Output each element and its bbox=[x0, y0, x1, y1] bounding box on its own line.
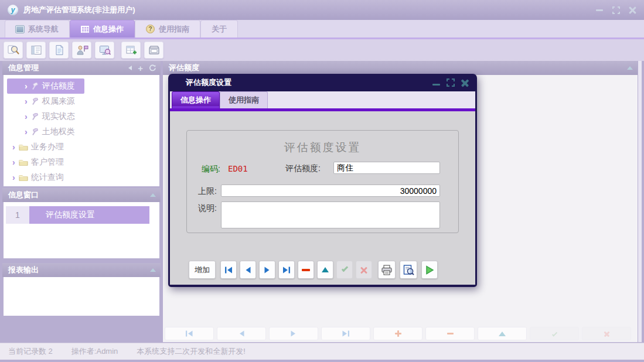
dialog-close-button[interactable] bbox=[461, 79, 469, 87]
desc-label: 说明: bbox=[198, 203, 217, 214]
tree-item-statistics-query[interactable]: › 统计查询 bbox=[4, 170, 159, 185]
tree-item-current-status[interactable]: › 现实状态 bbox=[4, 109, 159, 124]
status-operator: 操作者:Admin bbox=[71, 346, 118, 357]
quota-form-panel: 评估额度设置 编码: ED01 评估额度: 上限: 说明: bbox=[186, 130, 459, 233]
tree-item-land-right-type[interactable]: › 土地权类 bbox=[4, 124, 159, 139]
status-message: 本系统支持二次开发和全新开发! bbox=[137, 346, 246, 357]
cross-icon bbox=[604, 331, 609, 337]
dialog-tab-strip: 信息操作 使用指南 bbox=[170, 91, 475, 108]
operator-icon[interactable] bbox=[72, 42, 91, 59]
quota-input[interactable] bbox=[333, 162, 440, 174]
menu-tab-user-guide[interactable]: ? 使用指南 bbox=[135, 20, 200, 37]
dialog-body: 评估额度设置 编码: ED01 评估额度: 上限: 说明: 增加 bbox=[170, 111, 475, 285]
chevron-right-icon: › bbox=[12, 142, 15, 152]
add-icon[interactable]: + bbox=[138, 64, 143, 73]
limit-label: 上限: bbox=[198, 186, 217, 197]
search-icon[interactable] bbox=[4, 42, 23, 59]
code-value: ED01 bbox=[228, 164, 248, 173]
window-list-item[interactable]: 1 评估额度设置 bbox=[6, 206, 159, 224]
app-logo-icon: y bbox=[8, 5, 18, 15]
record-cancel-button[interactable] bbox=[582, 327, 631, 340]
dialog-tab-user-guide[interactable]: 使用指南 bbox=[220, 91, 268, 108]
code-label: 编码: bbox=[202, 164, 220, 175]
print-button[interactable] bbox=[378, 261, 396, 279]
tree-item-business-handling[interactable]: › 业务办理 bbox=[4, 139, 159, 155]
delete-record-button[interactable] bbox=[298, 261, 314, 279]
nav-last-button[interactable] bbox=[278, 261, 295, 279]
edit-record-button[interactable] bbox=[317, 261, 333, 279]
collapse-up-icon[interactable] bbox=[627, 66, 633, 70]
dialog-maximize-button[interactable] bbox=[447, 78, 455, 87]
document-icon[interactable] bbox=[49, 42, 69, 59]
record-edit-button[interactable] bbox=[478, 327, 527, 340]
form-heading: 评估额度设置 bbox=[187, 140, 458, 155]
gavel-icon bbox=[31, 128, 39, 136]
status-bar: 当前记录数 2 操作者:Admin 本系统支持二次开发和全新开发! bbox=[0, 343, 644, 360]
window-close-button[interactable] bbox=[628, 5, 637, 15]
limit-input[interactable] bbox=[221, 185, 440, 197]
tree-item-customer-management[interactable]: › 客户管理 bbox=[4, 155, 159, 170]
tree-item-assessment-quota[interactable]: › 评估额度 bbox=[7, 78, 84, 94]
record-next-button[interactable] bbox=[269, 327, 318, 340]
gavel-icon bbox=[31, 113, 39, 121]
dialog-titlebar[interactable]: 评估额度设置 bbox=[168, 74, 477, 91]
cross-icon bbox=[360, 267, 367, 274]
preview-button[interactable] bbox=[400, 261, 417, 279]
record-last-button[interactable] bbox=[321, 327, 370, 340]
panel-header-info-management: 信息管理 + bbox=[2, 61, 161, 75]
desc-textarea[interactable] bbox=[221, 202, 440, 228]
minus-icon bbox=[447, 333, 454, 334]
chevron-right-icon: › bbox=[25, 81, 28, 91]
panel-header-report-output: 报表输出 bbox=[2, 263, 161, 277]
refresh-icon[interactable] bbox=[149, 64, 156, 71]
dialog-tab-info-operation[interactable]: 信息操作 bbox=[172, 91, 220, 108]
report-output-list bbox=[4, 277, 159, 316]
info-window-list: 1 评估额度设置 bbox=[4, 202, 159, 258]
titlebar: y 房地产评估管理系统(非注册用户) bbox=[0, 0, 644, 20]
chevron-right-icon: › bbox=[25, 112, 28, 121]
main-panel-header: 评估额度 bbox=[163, 61, 638, 75]
add-record-button[interactable]: 增加 bbox=[189, 261, 216, 279]
nav-next-button[interactable] bbox=[259, 261, 275, 279]
form-view-icon[interactable] bbox=[26, 42, 46, 59]
folder-icon bbox=[19, 174, 28, 181]
folder-tray-icon[interactable] bbox=[144, 42, 163, 59]
gavel-icon bbox=[31, 98, 39, 105]
nav-first-button[interactable] bbox=[220, 261, 237, 279]
chevron-right-icon: › bbox=[12, 173, 15, 182]
record-delete-button[interactable] bbox=[425, 327, 475, 340]
record-confirm-button[interactable] bbox=[530, 327, 579, 340]
record-prev-button[interactable] bbox=[217, 327, 266, 340]
collapse-up-icon[interactable] bbox=[150, 193, 156, 197]
collapse-up-icon[interactable] bbox=[150, 268, 156, 272]
dialog-assessment-quota-settings: 评估额度设置 信息操作 使用指南 评估额度设置 编码: ED01 评估额度: 上… bbox=[168, 74, 477, 287]
cancel-button[interactable] bbox=[356, 261, 372, 279]
check-icon bbox=[551, 331, 557, 336]
sidebar: 信息管理 + › 评估额度 › 权属来源 › bbox=[2, 61, 161, 343]
nav-prev-button[interactable] bbox=[240, 261, 256, 279]
tree-item-ownership-source[interactable]: › 权属来源 bbox=[4, 94, 159, 109]
confirm-button[interactable] bbox=[336, 261, 353, 279]
window-restore-button[interactable] bbox=[611, 5, 621, 15]
collapse-left-icon[interactable] bbox=[128, 66, 132, 70]
chevron-right-icon: › bbox=[12, 158, 15, 167]
menu-tab-system-nav[interactable]: 系统导航 bbox=[5, 20, 70, 37]
dialog-minimize-button[interactable] bbox=[432, 84, 440, 86]
edit-triangle-icon bbox=[499, 332, 506, 336]
menu-tab-info-operation[interactable]: 信息操作 bbox=[70, 20, 135, 37]
gavel-icon bbox=[31, 83, 39, 90]
minus-icon bbox=[302, 269, 310, 271]
record-first-button[interactable] bbox=[165, 327, 214, 340]
chevron-right-icon: › bbox=[25, 127, 28, 136]
record-add-button[interactable] bbox=[373, 327, 422, 340]
run-button[interactable] bbox=[421, 261, 438, 279]
menu-tab-about[interactable]: 关于 bbox=[200, 20, 238, 37]
folder-icon bbox=[19, 159, 28, 166]
grid-icon bbox=[81, 26, 89, 33]
scrollbar-strip[interactable] bbox=[638, 61, 642, 342]
window-minimize-button[interactable] bbox=[595, 5, 604, 15]
table-add-icon[interactable] bbox=[121, 42, 141, 59]
monitor-search-icon[interactable] bbox=[95, 42, 114, 59]
check-icon bbox=[341, 265, 347, 272]
help-icon: ? bbox=[146, 25, 155, 33]
